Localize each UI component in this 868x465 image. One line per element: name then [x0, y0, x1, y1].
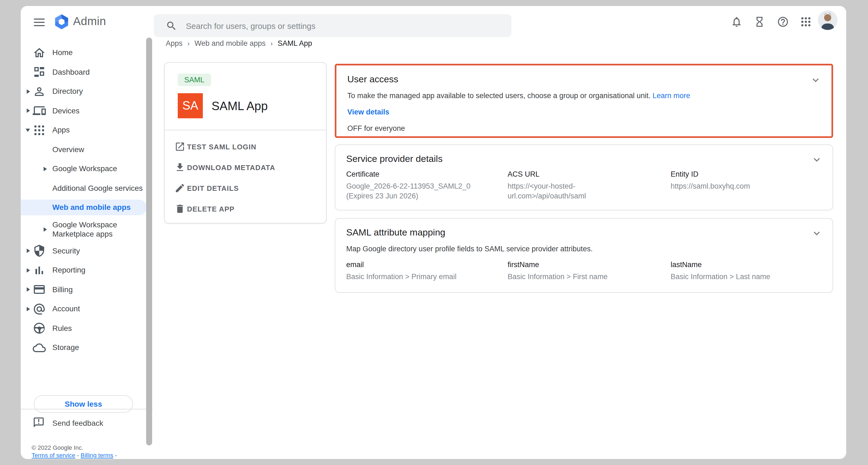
dashboard-icon	[33, 66, 46, 79]
account-at-icon	[33, 303, 46, 316]
saml-badge: SAML	[178, 73, 211, 86]
feedback-icon	[33, 416, 46, 430]
test-saml-login-button[interactable]: TEST SAML LOGIN	[165, 136, 326, 157]
pencil-icon	[175, 183, 185, 193]
security-shield-icon	[33, 245, 46, 257]
expand-down-icon[interactable]	[26, 129, 30, 132]
email-mapping-field: email Basic Information > Primary email	[346, 260, 507, 282]
breadcrumb-current: SAML App	[278, 39, 312, 48]
search-bar[interactable]	[154, 14, 512, 37]
acs-url-field: ACS URL https://<your-hosted- url.com>/a…	[507, 170, 671, 201]
app-title: SAML App	[212, 99, 268, 114]
sidebar-item-account[interactable]: Account	[21, 299, 153, 319]
open-in-new-icon	[175, 141, 185, 152]
sidebar-item-google-workspace[interactable]: Google Workspace	[21, 159, 153, 179]
help-icon[interactable]	[775, 13, 791, 30]
rules-steering-wheel-icon	[33, 322, 46, 335]
sidebar-item-additional-google-services[interactable]: Additional Google services	[21, 179, 153, 198]
home-icon	[33, 46, 46, 59]
chevron-right-icon: ›	[188, 39, 190, 47]
attribute-mapping-title: SAML attribute mapping	[335, 219, 833, 238]
user-access-card: User access To make the managed app avai…	[335, 64, 833, 138]
breadcrumb-apps[interactable]: Apps	[166, 39, 183, 48]
certificate-field: Certificate Google_2026-6-22-113953_SAML…	[346, 170, 507, 201]
sidebar-item-rules[interactable]: Rules	[21, 319, 153, 338]
google-admin-logo	[54, 13, 70, 31]
product-title: Admin	[73, 15, 106, 28]
sidebar-item-billing[interactable]: Billing	[21, 280, 153, 299]
app-info-card: SAML SA SAML App TEST SAML LOGIN DOWNLOA…	[164, 62, 327, 223]
billing-terms-link[interactable]: Billing terms	[81, 452, 114, 459]
search-input[interactable]	[185, 21, 470, 31]
sidebar-item-reporting[interactable]: Reporting	[21, 260, 153, 280]
expand-right-icon[interactable]	[27, 89, 30, 94]
reporting-bar-chart-icon	[33, 264, 46, 277]
sidebar-item-gw-marketplace-apps[interactable]: Google Workspace Marketplace apps	[21, 217, 153, 241]
sidebar-item-directory[interactable]: Directory	[21, 82, 153, 101]
expand-right-icon[interactable]	[27, 249, 30, 253]
expand-right-icon[interactable]	[27, 268, 30, 273]
admin-console-window: Admin	[21, 6, 846, 459]
google-apps-grid-icon[interactable]	[798, 13, 814, 30]
send-feedback-button[interactable]: Send feedback	[21, 414, 153, 432]
top-bar: Admin	[21, 6, 846, 38]
menu-icon[interactable]	[34, 17, 45, 27]
chevron-down-icon[interactable]	[811, 154, 823, 166]
user-access-status: OFF for everyone	[336, 116, 832, 132]
card-divider	[165, 130, 326, 130]
lastname-mapping-field: lastName Basic Information > Last name	[671, 260, 822, 282]
breadcrumb-web-and-mobile-apps[interactable]: Web and mobile apps	[195, 39, 266, 48]
sidebar-item-devices[interactable]: Devices	[21, 101, 153, 121]
copyright-text: © 2022 Google Inc.	[32, 444, 84, 451]
expand-right-icon[interactable]	[27, 109, 30, 113]
learn-more-link[interactable]: Learn more	[653, 92, 690, 100]
sidebar-item-overview[interactable]: Overview	[21, 140, 153, 159]
devices-icon	[33, 104, 46, 118]
notifications-bell-icon[interactable]	[728, 13, 745, 30]
firstname-mapping-field: firstName Basic Information > First name	[507, 260, 671, 282]
expand-right-icon[interactable]	[27, 287, 30, 292]
chevron-down-icon[interactable]	[811, 227, 823, 239]
app-avatar-tile: SA	[178, 93, 203, 118]
chevron-right-icon: ›	[271, 39, 273, 47]
user-access-title: User access	[336, 65, 832, 85]
delete-app-button[interactable]: DELETE APP	[165, 198, 326, 219]
sidebar-item-apps[interactable]: Apps	[21, 121, 153, 140]
trash-icon	[175, 203, 185, 214]
page: Admin	[0, 0, 868, 465]
edit-details-button[interactable]: EDIT DETAILS	[165, 178, 326, 198]
chevron-down-icon[interactable]	[810, 74, 822, 86]
sidebar-nav: Home Dashboard Directory Devices Apps	[21, 38, 153, 459]
attribute-mapping-card: SAML attribute mapping Map Google direct…	[335, 218, 833, 293]
download-icon	[175, 162, 185, 173]
sidebar-scrollbar[interactable]	[146, 38, 152, 445]
sidebar-item-web-and-mobile-apps[interactable]: Web and mobile apps	[21, 198, 153, 217]
view-details-link[interactable]: View details	[336, 100, 832, 116]
sidebar-item-storage[interactable]: Storage	[21, 338, 153, 357]
billing-credit-card-icon	[33, 283, 46, 296]
user-avatar[interactable]	[818, 10, 837, 30]
sidebar-item-home[interactable]: Home	[21, 43, 153, 62]
service-provider-card: Service provider details Certificate Goo…	[335, 145, 833, 210]
sidebar-item-security[interactable]: Security	[21, 241, 153, 260]
terms-of-service-link[interactable]: Terms of service	[32, 452, 75, 459]
expand-right-icon[interactable]	[43, 227, 47, 231]
service-provider-title: Service provider details	[335, 145, 833, 165]
directory-person-icon	[33, 85, 46, 98]
sidebar-item-dashboard[interactable]: Dashboard	[21, 62, 153, 82]
entity-id-field: Entity ID https://saml.boxyhq.com	[671, 170, 822, 201]
search-icon	[166, 20, 177, 31]
expand-right-icon[interactable]	[27, 307, 30, 311]
show-less-button[interactable]: Show less	[34, 395, 133, 413]
user-access-description: To make the managed app available to sel…	[336, 85, 832, 100]
storage-cloud-icon	[33, 341, 46, 354]
attribute-mapping-description: Map Google directory user profile fields…	[335, 238, 833, 253]
apps-grid-icon	[33, 124, 46, 137]
download-metadata-button[interactable]: DOWNLOAD METADATA	[165, 157, 326, 178]
sidebar-divider	[21, 409, 153, 409]
pending-tasks-hourglass-icon[interactable]	[751, 13, 768, 30]
legal-links: Terms of service - Billing terms -	[32, 452, 117, 459]
expand-right-icon[interactable]	[43, 167, 47, 171]
breadcrumb: Apps › Web and mobile apps › SAML App	[166, 39, 312, 48]
